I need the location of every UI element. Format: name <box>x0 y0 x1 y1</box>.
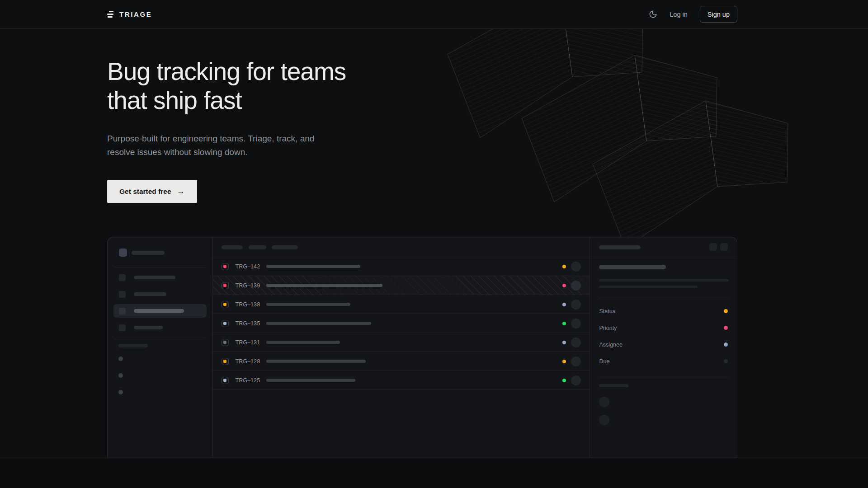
issue-id: TRG–138 <box>236 301 261 308</box>
detail-field-label: Status <box>599 308 615 314</box>
get-started-button[interactable]: Get started free → <box>107 180 197 203</box>
detail-header <box>590 237 737 257</box>
detail-field-label: Priority <box>599 325 617 331</box>
detail-field-row: Status <box>599 303 728 319</box>
sidebar-item-label-skeleton <box>134 276 175 279</box>
sidebar-dot-skeleton <box>118 390 123 394</box>
comment-avatar-skeleton <box>599 397 609 407</box>
brand[interactable]: TRIAGE <box>107 10 152 18</box>
detail-text-skeleton <box>599 279 729 282</box>
issue-row: TRG–125 <box>213 371 590 390</box>
detail-field-label: Due <box>599 358 609 365</box>
divider <box>599 377 728 377</box>
status-dot <box>562 265 566 268</box>
assignee-avatar <box>571 300 581 310</box>
detail-field-row: Due <box>599 353 728 370</box>
detail-field-value-dot <box>724 309 728 313</box>
issue-id: TRG–125 <box>236 377 261 384</box>
detail-section-label-skeleton <box>599 384 628 387</box>
moon-icon <box>649 10 657 19</box>
issue-id: TRG–139 <box>236 282 261 289</box>
detail-header-skeleton <box>599 245 641 249</box>
assignee-avatar <box>571 262 581 272</box>
status-dot <box>562 303 566 306</box>
issue-title-skeleton <box>266 379 355 382</box>
detail-field-value-dot <box>724 343 728 347</box>
triage-logo-icon <box>107 11 114 18</box>
issue-row: TRG–139 <box>213 276 590 295</box>
sidebar-item <box>113 287 207 301</box>
app-mockup: TRG–142 TRG–139 TRG–138 TRG–135 <box>107 237 737 458</box>
assignee-avatar <box>571 281 581 291</box>
detail-field-row: Priority <box>599 319 728 336</box>
assignee-avatar <box>571 375 581 385</box>
issue-id: TRG–131 <box>236 339 261 346</box>
issue-id: TRG–142 <box>236 263 261 270</box>
next-section-band <box>0 458 868 488</box>
issue-type-icon <box>222 358 229 365</box>
workspace-avatar <box>119 249 127 257</box>
detail-action-icon <box>720 243 728 251</box>
issue-row: TRG–128 <box>213 352 590 371</box>
sidebar-item <box>113 271 207 284</box>
status-dot <box>562 379 566 382</box>
workspace-name-skeleton <box>132 251 165 255</box>
sidebar-item <box>113 321 207 334</box>
detail-action-icon <box>709 243 717 251</box>
sidebar-item-icon <box>119 274 126 281</box>
divider <box>114 339 206 339</box>
sidebar-item-icon <box>119 291 126 298</box>
status-dot <box>562 341 566 344</box>
status-dot <box>562 284 566 287</box>
tab-skeleton <box>272 245 298 249</box>
assignee-avatar <box>571 357 581 366</box>
issue-title-skeleton <box>266 322 371 325</box>
comment-avatar-skeleton <box>599 415 609 425</box>
sidebar-item-label-skeleton <box>134 326 163 329</box>
issue-type-icon <box>222 377 229 384</box>
detail-field-row: Assignee <box>599 336 728 353</box>
detail-fields: Status Priority Assignee Due <box>599 303 728 370</box>
issue-type-icon <box>222 320 229 327</box>
page-title: Bug tracking for teams that ship fast <box>107 57 346 115</box>
status-dot <box>562 322 566 325</box>
sidebar-section-label-skeleton <box>118 344 148 347</box>
brand-name: TRIAGE <box>119 10 152 18</box>
issue-type-icon <box>222 301 229 308</box>
mockup-sidebar <box>108 237 213 458</box>
theme-toggle-button[interactable] <box>649 10 657 19</box>
sidebar-item-label-skeleton <box>134 309 184 313</box>
detail-field-value-dot <box>724 326 728 330</box>
issue-title-skeleton <box>266 303 350 306</box>
page: TRIAGE Log in Sign up Bug tracking for t… <box>0 0 868 488</box>
detail-title-skeleton <box>599 265 666 269</box>
signup-button[interactable]: Sign up <box>700 6 737 23</box>
detail-field-value-dot <box>724 359 728 363</box>
detail-text-skeleton <box>599 286 698 288</box>
sidebar-item-icon <box>119 308 126 314</box>
divider <box>114 267 206 267</box>
sidebar-dot-skeleton <box>118 373 123 378</box>
assignee-avatar <box>571 319 581 328</box>
detail-field-label: Assignee <box>599 342 622 348</box>
arrow-right-icon: → <box>177 187 185 196</box>
login-link[interactable]: Log in <box>670 11 688 18</box>
status-dot <box>562 360 566 363</box>
sidebar-item-label-skeleton <box>134 292 166 296</box>
issue-list-panel: TRG–142 TRG–139 TRG–138 TRG–135 <box>213 237 590 458</box>
issue-title-skeleton <box>266 284 382 287</box>
issue-row: TRG–142 <box>213 257 590 276</box>
issue-row: TRG–131 <box>213 333 590 352</box>
tab-skeleton <box>222 245 243 249</box>
issue-id: TRG–135 <box>236 320 261 327</box>
issue-detail-panel: Status Priority Assignee Due <box>590 237 737 458</box>
hero-subtitle: Purpose-built for engineering teams. Tri… <box>107 132 314 159</box>
issue-id: TRG–128 <box>236 358 261 365</box>
issue-title-skeleton <box>266 341 340 344</box>
sidebar-item-active <box>113 304 207 318</box>
sidebar-dot-skeleton <box>118 357 123 361</box>
issue-type-icon <box>222 282 229 289</box>
sidebar-item-icon <box>119 324 126 331</box>
issue-list-header <box>213 237 590 257</box>
navbar: TRIAGE Log in Sign up <box>0 0 868 29</box>
